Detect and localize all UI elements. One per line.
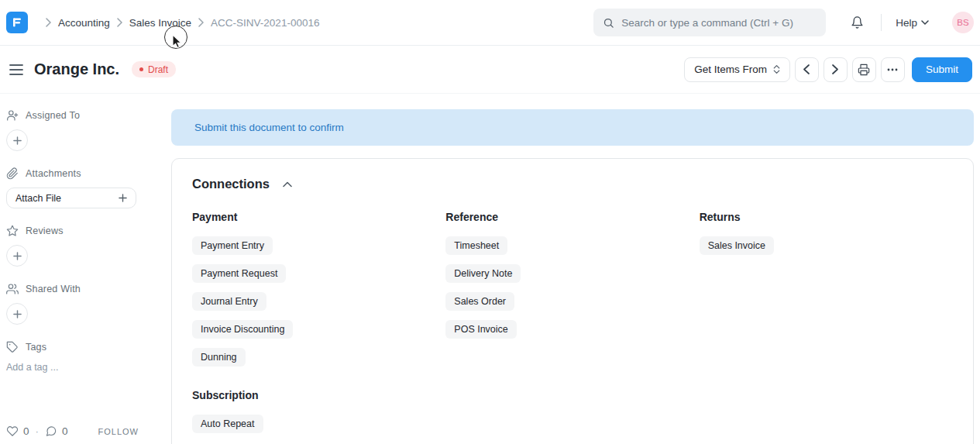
breadcrumb-separator-icon xyxy=(198,18,204,27)
plus-icon xyxy=(13,252,22,260)
connection-link-auto-repeat[interactable]: Auto Repeat xyxy=(192,415,263,433)
submit-button[interactable]: Submit xyxy=(912,57,972,82)
connection-link-sales-invoice[interactable]: Sales Invoice xyxy=(700,236,774,255)
form-body: Submit this document to confirm Connecti… xyxy=(171,94,980,444)
reviews-label: Reviews xyxy=(26,225,64,236)
reviews-section: Reviews xyxy=(6,225,162,267)
tags-label: Tags xyxy=(26,342,46,353)
tags-section: Tags Add a tag ... xyxy=(6,341,162,373)
global-search[interactable] xyxy=(593,9,826,36)
like-heart-icon[interactable] xyxy=(6,425,19,437)
plus-icon xyxy=(119,194,127,202)
status-dot-icon xyxy=(139,67,143,71)
chevron-up-icon xyxy=(283,181,292,188)
ellipsis-icon xyxy=(887,68,898,71)
user-avatar[interactable]: BS xyxy=(952,12,974,33)
connection-link-delivery-note[interactable]: Delivery Note xyxy=(445,264,521,283)
connections-title: Connections xyxy=(192,177,270,191)
notifications-bell-icon[interactable] xyxy=(851,15,864,29)
group-heading: Payment xyxy=(192,211,445,223)
connection-link-payment-entry[interactable]: Payment Entry xyxy=(192,236,273,255)
connection-link-invoice-discounting[interactable]: Invoice Discounting xyxy=(192,320,293,339)
tag-icon xyxy=(6,341,19,353)
group-heading: Subscription xyxy=(192,389,953,401)
assigned-to-section: Assigned To xyxy=(6,109,162,151)
form-sidebar: Assigned To Attachments Attach File Revi… xyxy=(0,94,171,444)
submit-alert-link[interactable]: Submit this document to confirm xyxy=(194,122,344,133)
returns-group: Returns Sales Invoice xyxy=(700,211,953,376)
printer-icon xyxy=(858,64,870,76)
connection-link-sales-order[interactable]: Sales Order xyxy=(445,292,514,311)
follow-button[interactable]: FOLLOW xyxy=(98,427,139,436)
paperclip-icon xyxy=(6,167,19,180)
connection-link-dunning[interactable]: Dunning xyxy=(192,348,246,367)
connection-link-journal-entry[interactable]: Journal Entry xyxy=(192,292,266,311)
status-badge: Draft xyxy=(132,61,176,77)
help-menu[interactable]: Help xyxy=(896,17,929,29)
plus-icon xyxy=(13,136,22,145)
chevron-right-icon xyxy=(832,64,838,74)
users-icon xyxy=(6,283,19,295)
reference-group: Reference Timesheet Delivery Note Sales … xyxy=(445,211,699,376)
connection-link-pos-invoice[interactable]: POS Invoice xyxy=(445,320,516,339)
group-heading: Returns xyxy=(700,211,953,223)
group-heading: Reference xyxy=(445,211,699,223)
search-icon xyxy=(603,17,614,29)
subscription-group: Subscription Auto Repeat xyxy=(192,389,953,433)
shared-with-section: Shared With xyxy=(6,283,162,325)
assign-user-icon xyxy=(6,109,19,122)
page-head: Orange Inc. Draft Get Items From Submit xyxy=(0,46,980,94)
breadcrumb-accounting[interactable]: Accounting xyxy=(58,17,110,29)
print-button[interactable] xyxy=(852,57,876,82)
breadcrumb-current-doc: ACC-SINV-2021-00016 xyxy=(211,17,319,29)
connection-link-timesheet[interactable]: Timesheet xyxy=(445,236,507,255)
shared-with-label: Shared With xyxy=(26,284,81,294)
assigned-to-label: Assigned To xyxy=(26,110,80,121)
star-icon xyxy=(6,225,19,237)
sidebar-footer: 0 · 0 FOLLOW xyxy=(6,425,160,437)
add-assignment-button[interactable] xyxy=(6,129,28,151)
add-tag-input[interactable]: Add a tag ... xyxy=(6,362,162,373)
erpnext-logo-icon[interactable] xyxy=(6,12,28,33)
add-share-button[interactable] xyxy=(6,303,28,325)
navbar-divider xyxy=(881,14,882,31)
comments-count: 0 xyxy=(62,425,68,437)
chevron-left-icon xyxy=(803,64,810,74)
attachments-section: Attachments Attach File xyxy=(6,167,162,208)
likes-count: 0 xyxy=(23,425,29,437)
connection-link-payment-request[interactable]: Payment Request xyxy=(192,264,286,283)
get-items-from-button[interactable]: Get Items From xyxy=(684,57,790,82)
connections-card: Connections Payment Payment Entry Paymen… xyxy=(171,158,974,444)
payment-group: Payment Payment Entry Payment Request Jo… xyxy=(192,211,445,376)
breadcrumb-separator-icon xyxy=(117,18,122,27)
search-input[interactable] xyxy=(621,17,817,29)
attach-file-button[interactable]: Attach File xyxy=(6,188,136,208)
attachments-label: Attachments xyxy=(26,168,81,179)
add-review-button[interactable] xyxy=(6,245,28,267)
select-caret-icon xyxy=(773,64,780,74)
sidebar-toggle-menu-icon[interactable] xyxy=(8,61,25,78)
help-label: Help xyxy=(896,17,917,29)
plus-icon xyxy=(13,310,22,318)
prev-document-button[interactable] xyxy=(795,57,819,82)
breadcrumb-separator-icon xyxy=(46,18,51,27)
comment-icon[interactable] xyxy=(45,425,57,437)
next-document-button[interactable] xyxy=(824,57,848,82)
dot-separator: · xyxy=(36,425,40,437)
breadcrumb-sales-invoice[interactable]: Sales Invoice xyxy=(129,17,191,29)
more-actions-button[interactable] xyxy=(881,57,905,82)
collapse-section-button[interactable] xyxy=(281,180,294,189)
navbar: Accounting Sales Invoice ACC-SINV-2021-0… xyxy=(0,0,980,46)
submit-alert-banner: Submit this document to confirm xyxy=(171,109,974,146)
chevron-down-icon xyxy=(921,20,929,26)
page-title: Orange Inc. xyxy=(34,60,119,78)
